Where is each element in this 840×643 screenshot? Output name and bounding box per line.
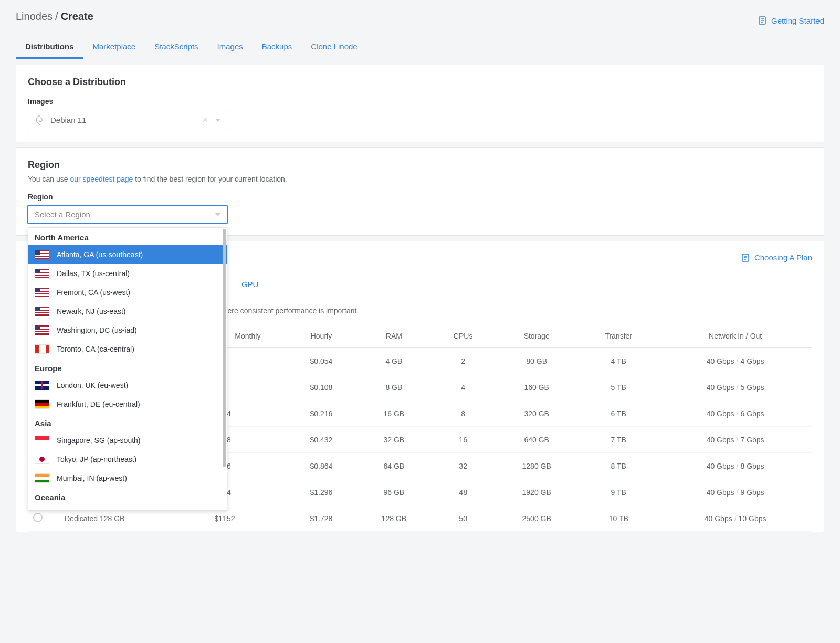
plan-storage: 320 GB — [495, 400, 579, 427]
region-option-label: Singapore, SG (ap-south) — [57, 436, 141, 445]
getting-started-label: Getting Started — [771, 16, 824, 25]
plan-transfer: 10 TB — [579, 505, 658, 532]
region-select[interactable]: Select a Region — [28, 205, 227, 224]
distribution-heading: Choose a Distribution — [28, 77, 812, 88]
flag-in-icon — [35, 473, 49, 483]
plan-cpus: 50 — [432, 505, 495, 532]
image-select[interactable]: Debian 11 × — [28, 110, 227, 130]
plan-ram: 16 GB — [356, 400, 432, 427]
flag-de-icon — [35, 399, 49, 409]
flag-uk-icon — [35, 381, 49, 390]
plan-ram: 4 GB — [356, 348, 432, 374]
region-option-label: London, UK (eu-west) — [57, 381, 128, 389]
region-group-label: Europe — [28, 359, 227, 376]
choosing-plan-link[interactable]: Choosing A Plan — [741, 252, 812, 263]
region-group-label: Asia — [28, 414, 227, 431]
breadcrumb-parent[interactable]: Linodes — [16, 10, 52, 23]
chevron-down-icon[interactable] — [215, 213, 220, 216]
plan-hourly: $0.864 — [286, 453, 356, 479]
region-option-label: Toronto, CA (ca-central) — [57, 345, 134, 353]
region-option-label: Fremont, CA (us-west) — [57, 288, 130, 297]
speedtest-link[interactable]: our speedtest page — [70, 175, 133, 183]
plan-storage: 1280 GB — [495, 453, 579, 479]
plan-storage: 640 GB — [495, 427, 579, 453]
flag-jp-icon — [35, 455, 49, 464]
region-option[interactable]: Fremont, CA (us-west) — [28, 283, 227, 302]
plan-hourly: $0.216 — [286, 400, 356, 427]
tab-marketplace[interactable]: Marketplace — [83, 36, 145, 59]
plan-transfer: 6 TB — [579, 400, 658, 427]
scrollbar-thumb[interactable] — [223, 229, 226, 467]
plan-transfer: 9 TB — [579, 479, 658, 505]
plan-network: 40 Gbps/4 Gbps — [658, 348, 812, 374]
flag-us-icon — [35, 288, 49, 297]
region-option[interactable]: Sydney, AU (ap-southeast) — [28, 505, 227, 511]
region-option-label: Mumbai, IN (ap-west) — [57, 474, 127, 482]
plan-network: 40 Gbps/6 Gbps — [658, 400, 812, 427]
plan-radio[interactable] — [33, 513, 43, 522]
region-heading: Region — [28, 160, 812, 171]
region-option-label: Sydney, AU (ap-southeast) — [57, 510, 144, 511]
chevron-down-icon[interactable] — [215, 119, 220, 122]
plan-network: 40 Gbps/8 Gbps — [658, 453, 812, 479]
tab-distributions[interactable]: Distributions — [16, 36, 83, 59]
clear-icon[interactable]: × — [202, 114, 208, 125]
plan-cpus: 16 — [432, 427, 495, 453]
region-dropdown[interactable]: North AmericaAtlanta, GA (us-southeast)D… — [28, 227, 227, 511]
plan-transfer: 4 TB — [579, 348, 658, 374]
debian-icon — [35, 115, 45, 125]
region-option-label: Newark, NJ (us-east) — [57, 307, 125, 315]
plan-ram: 96 GB — [356, 479, 432, 505]
region-option[interactable]: Dallas, TX (us-central) — [28, 264, 227, 283]
plan-ram: 8 GB — [356, 374, 432, 400]
plan-tab-gpu[interactable]: GPU — [232, 273, 268, 297]
region-option[interactable]: Newark, NJ (us-east) — [28, 302, 227, 321]
plan-cpus: 32 — [432, 453, 495, 479]
plan-storage: 2500 GB — [495, 505, 579, 532]
plan-hourly: $1.296 — [286, 479, 356, 505]
create-tabs: DistributionsMarketplaceStackScriptsImag… — [16, 36, 824, 59]
plan-hourly: $0.432 — [286, 427, 356, 453]
flag-ca-icon — [35, 344, 49, 354]
tab-stackscripts[interactable]: StackScripts — [145, 36, 207, 59]
plan-network: 40 Gbps/7 Gbps — [658, 427, 812, 453]
plan-hourly: $0.054 — [286, 348, 356, 374]
breadcrumb: Linodes / Create — [16, 10, 93, 23]
plan-col-header: Hourly — [286, 324, 356, 348]
plan-network: 40 Gbps/5 Gbps — [658, 374, 812, 400]
breadcrumb-current: Create — [61, 10, 93, 23]
region-option[interactable]: Tokyo, JP (ap-northeast) — [28, 450, 227, 469]
plan-hourly: $0.108 — [286, 374, 356, 400]
images-label: Images — [28, 97, 812, 106]
region-group-label: Oceania — [28, 488, 227, 505]
tab-backups[interactable]: Backups — [253, 36, 302, 59]
plan-ram: 32 GB — [356, 427, 432, 453]
plan-col-header: Storage — [495, 324, 579, 348]
region-option[interactable]: London, UK (eu-west) — [28, 376, 227, 395]
plan-cpus: 48 — [432, 479, 495, 505]
plan-storage: 1920 GB — [495, 479, 579, 505]
plan-transfer: 7 TB — [579, 427, 658, 453]
plan-hourly: $1.728 — [286, 505, 356, 532]
tab-clone-linode[interactable]: Clone Linode — [301, 36, 366, 59]
region-panel: Region You can use our speedtest page to… — [16, 147, 824, 236]
plan-transfer: 5 TB — [579, 374, 658, 400]
plan-col-header: Network In / Out — [658, 324, 812, 348]
plan-col-header: Transfer — [579, 324, 658, 348]
region-option-label: Atlanta, GA (us-southeast) — [57, 250, 143, 259]
choosing-plan-label: Choosing A Plan — [754, 253, 812, 262]
region-option-label: Tokyo, JP (ap-northeast) — [57, 455, 136, 463]
getting-started-link[interactable]: Getting Started — [758, 16, 824, 25]
flag-us-icon — [35, 250, 49, 259]
flag-sg-icon — [35, 436, 49, 445]
doc-icon — [741, 253, 750, 262]
region-option[interactable]: Atlanta, GA (us-southeast) — [28, 245, 227, 264]
image-select-value: Debian 11 — [50, 115, 202, 124]
tab-images[interactable]: Images — [208, 36, 253, 59]
region-option[interactable]: Singapore, SG (ap-south) — [28, 431, 227, 450]
region-subtitle: You can use our speedtest page to find t… — [28, 175, 812, 183]
region-option[interactable]: Toronto, CA (ca-central) — [28, 340, 227, 359]
region-option[interactable]: Washington, DC (us-iad) — [28, 321, 227, 340]
region-option[interactable]: Frankfurt, DE (eu-central) — [28, 395, 227, 414]
region-option[interactable]: Mumbai, IN (ap-west) — [28, 469, 227, 488]
